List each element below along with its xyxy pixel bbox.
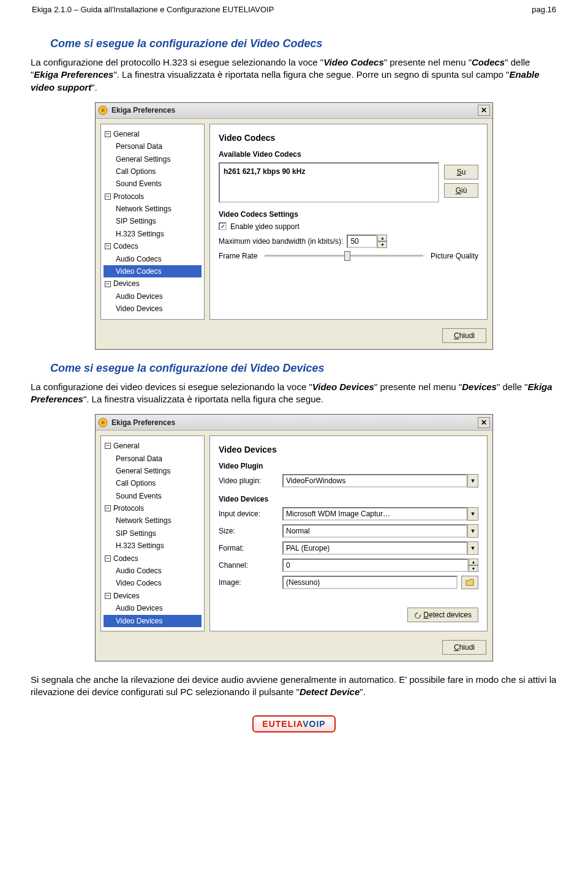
size-dropdown[interactable]: [282, 524, 467, 538]
browse-folder-icon[interactable]: [461, 576, 478, 589]
tree-general[interactable]: General: [113, 440, 140, 452]
tree-sip-settings[interactable]: SIP Settings: [104, 215, 202, 227]
collapse-icon[interactable]: −: [105, 243, 111, 249]
doc-header-left: Ekiga 2.1.0 – Guida all'Installazione e …: [32, 5, 274, 14]
plugin-label: Video plugin:: [219, 476, 279, 485]
format-label: Format:: [219, 544, 279, 552]
section2-title: Come si esegue la configurazione dei Vid…: [50, 362, 557, 375]
app-icon: [98, 105, 108, 115]
footer-logo: EUTELIAVOIP: [31, 715, 557, 732]
available-codecs-heading: Available Video Codecs: [219, 150, 478, 159]
collapse-icon[interactable]: −: [105, 281, 111, 287]
panel-title: Video Devices: [219, 445, 478, 454]
tree-sip-settings[interactable]: SIP Settings: [104, 527, 202, 540]
chevron-down-icon[interactable]: ▼: [467, 474, 478, 488]
tree-personal-data[interactable]: Personal Data: [104, 453, 202, 465]
tree-video-codecs[interactable]: Video Codecs: [104, 265, 202, 277]
logo-part1: EUTELIA: [262, 719, 303, 729]
image-input[interactable]: [282, 576, 458, 589]
tree-video-devices[interactable]: Video Devices: [104, 303, 202, 315]
prefs-dialog-video-codecs: Ekiga Preferences ✕ −General Personal Da…: [95, 102, 493, 350]
tree-audio-codecs[interactable]: Audio Codecs: [104, 565, 202, 577]
prefs-tree: −General Personal Data General Settings …: [100, 124, 205, 320]
panel-video-codecs: Video Codecs Available Video Codecs h261…: [209, 124, 488, 320]
tree-audio-codecs[interactable]: Audio Codecs: [104, 253, 202, 265]
video-devices-heading: Video Devices: [219, 495, 478, 503]
prefs-tree: −General Personal Data General Settings …: [100, 435, 205, 631]
bandwidth-input[interactable]: [347, 235, 377, 248]
tree-call-options[interactable]: Call Options: [104, 477, 202, 489]
chevron-down-icon[interactable]: ▼: [467, 507, 478, 521]
bandwidth-label: Maximum video bandwidth (in kbits/s):: [219, 237, 343, 246]
svg-point-1: [101, 108, 105, 112]
dialog-title: Ekiga Preferences: [111, 106, 175, 115]
enable-video-checkbox[interactable]: ✓: [219, 222, 227, 230]
tree-sound-events[interactable]: Sound Events: [104, 178, 202, 190]
tree-devices[interactable]: Devices: [113, 590, 140, 602]
collapse-icon[interactable]: −: [105, 505, 111, 511]
tree-h323-settings[interactable]: H.323 Settings: [104, 228, 202, 240]
footnote: Si segnala che anche la rilevazione dei …: [31, 674, 557, 699]
close-button[interactable]: Chiudi: [442, 328, 486, 343]
tree-protocols[interactable]: Protocols: [113, 190, 144, 203]
tree-h323-settings[interactable]: H.323 Settings: [104, 540, 202, 552]
chevron-down-icon[interactable]: ▼: [467, 524, 478, 538]
spin-down-icon[interactable]: ▼: [469, 565, 478, 572]
move-up-button[interactable]: Su: [444, 165, 478, 179]
spin-up-icon[interactable]: ▲: [469, 559, 478, 565]
collapse-icon[interactable]: −: [105, 443, 111, 449]
codec-list[interactable]: h261 621,7 kbps 90 kHz: [219, 162, 439, 203]
tree-audio-devices[interactable]: Audio Devices: [104, 602, 202, 614]
tree-general-settings[interactable]: General Settings: [104, 465, 202, 477]
tree-codecs[interactable]: Codecs: [113, 552, 138, 565]
titlebar: Ekiga Preferences ✕: [96, 103, 492, 119]
slider-thumb[interactable]: [344, 251, 350, 261]
channel-label: Channel:: [219, 561, 279, 570]
collapse-icon[interactable]: −: [105, 131, 111, 137]
panel-title: Video Codecs: [219, 133, 478, 143]
codec-settings-heading: Video Codecs Settings: [219, 210, 478, 219]
tree-sound-events[interactable]: Sound Events: [104, 490, 202, 502]
close-button[interactable]: Chiudi: [442, 640, 486, 655]
video-plugin-heading: Video Plugin: [219, 462, 478, 470]
channel-input[interactable]: [282, 559, 469, 572]
logo-part2: VOIP: [303, 719, 325, 729]
collapse-icon[interactable]: −: [105, 555, 111, 562]
size-label: Size:: [219, 527, 279, 535]
panel-video-devices: Video Devices Video Plugin Video plugin:…: [209, 435, 488, 631]
tree-personal-data[interactable]: Personal Data: [104, 140, 202, 152]
section1-title: Come si esegue la configurazione dei Vid…: [50, 37, 557, 50]
detect-devices-button[interactable]: Detect devices: [407, 608, 478, 622]
tree-general-settings[interactable]: General Settings: [104, 153, 202, 165]
tree-protocols[interactable]: Protocols: [113, 502, 144, 514]
collapse-icon[interactable]: −: [105, 194, 111, 200]
tree-general[interactable]: General: [113, 128, 140, 140]
section2-para: La configurazione dei video devices si e…: [31, 381, 557, 406]
refresh-icon: [414, 612, 421, 619]
tree-codecs[interactable]: Codecs: [113, 240, 138, 252]
close-icon[interactable]: ✕: [478, 105, 490, 116]
tree-video-codecs[interactable]: Video Codecs: [104, 577, 202, 589]
tree-call-options[interactable]: Call Options: [104, 165, 202, 178]
chevron-down-icon[interactable]: ▼: [467, 541, 478, 555]
tree-devices[interactable]: Devices: [113, 277, 140, 290]
quality-slider[interactable]: [265, 255, 423, 257]
image-label: Image:: [219, 578, 279, 587]
section1-para: La configurazione del protocollo H.323 s…: [31, 56, 557, 94]
close-icon[interactable]: ✕: [478, 417, 490, 428]
tree-network-settings[interactable]: Network Settings: [104, 203, 202, 215]
codec-row[interactable]: h261 621,7 kbps 90 kHz: [224, 167, 434, 176]
collapse-icon[interactable]: −: [105, 593, 111, 599]
spin-up-icon[interactable]: ▲: [377, 235, 387, 241]
picture-quality-label: Picture Quality: [431, 252, 478, 260]
tree-video-devices[interactable]: Video Devices: [104, 615, 202, 627]
move-down-button[interactable]: Giù: [444, 183, 478, 198]
spin-down-icon[interactable]: ▼: [377, 241, 387, 248]
input-device-dropdown[interactable]: [282, 507, 467, 521]
dialog-title: Ekiga Preferences: [111, 418, 175, 427]
doc-header-right: pag.16: [532, 5, 556, 14]
plugin-dropdown[interactable]: [282, 474, 467, 488]
tree-network-settings[interactable]: Network Settings: [104, 514, 202, 527]
tree-audio-devices[interactable]: Audio Devices: [104, 290, 202, 303]
format-dropdown[interactable]: [282, 541, 467, 555]
